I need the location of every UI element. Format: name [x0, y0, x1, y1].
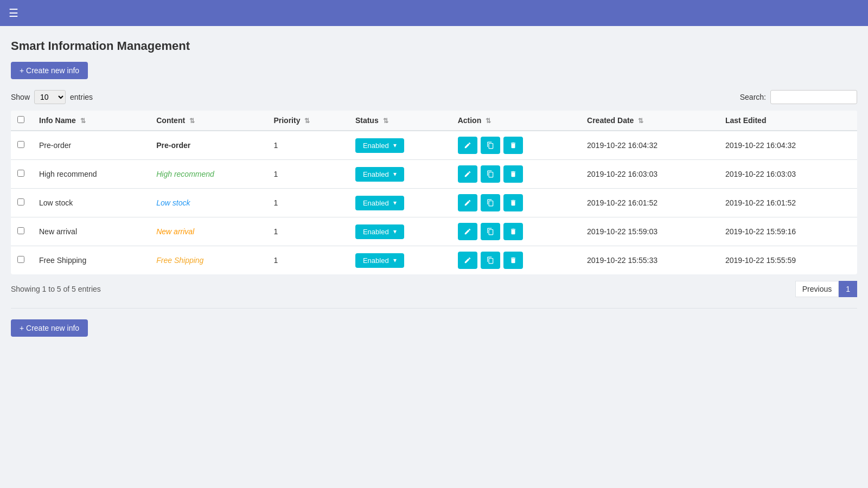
cell-created-date: 2019-10-22 16:03:03 [580, 160, 719, 189]
header-content[interactable]: Content ⇅ [150, 111, 267, 131]
edit-button-3[interactable] [458, 223, 477, 240]
table-row: Pre-orderPre-order1Enabled [11, 131, 857, 160]
header-priority[interactable]: Priority ⇅ [267, 111, 348, 131]
copy-button-0[interactable] [481, 137, 500, 154]
cell-action [451, 246, 580, 275]
header-info-name[interactable]: Info Name ⇅ [33, 111, 150, 131]
action-buttons-2 [458, 194, 574, 211]
action-buttons-0 [458, 137, 574, 154]
table-body: Pre-orderPre-order1Enabled [11, 131, 857, 274]
copy-button-3[interactable] [481, 223, 500, 240]
table-controls: Show 10 25 50 100 entries Search: [11, 90, 857, 104]
table-showing-text: Showing 1 to 5 of 5 entries [11, 285, 101, 293]
previous-button[interactable]: Previous [795, 281, 839, 297]
cell-created-date: 2019-10-22 15:55:33 [580, 246, 719, 275]
edit-button-4[interactable] [458, 252, 477, 269]
status-button-0[interactable]: Enabled [355, 138, 404, 153]
cell-info-name: New arrival [33, 217, 150, 246]
cell-priority: 1 [267, 160, 348, 189]
cell-created-date: 2019-10-22 16:04:32 [580, 131, 719, 160]
search-box: Search: [740, 90, 857, 104]
header-created-date[interactable]: Created Date ⇅ [580, 111, 719, 131]
copy-icon [487, 228, 494, 235]
delete-button-3[interactable] [503, 223, 523, 240]
select-all-checkbox[interactable] [17, 116, 24, 123]
cell-last-edited: 2019-10-22 15:59:16 [719, 217, 857, 246]
header-checkbox-col [11, 111, 33, 131]
cell-created-date: 2019-10-22 15:59:03 [580, 217, 719, 246]
row-checkbox-1[interactable] [17, 170, 24, 177]
cell-action [451, 189, 580, 217]
cell-priority: 1 [267, 131, 348, 160]
cell-action [451, 160, 580, 189]
delete-icon [509, 199, 517, 207]
cell-status: Enabled [349, 246, 451, 275]
copy-button-2[interactable] [481, 194, 500, 211]
show-label: Show [11, 93, 30, 101]
topbar: ☰ [0, 0, 868, 26]
delete-button-0[interactable] [503, 137, 523, 154]
show-entries-control: Show 10 25 50 100 entries [11, 90, 93, 104]
header-status[interactable]: Status ⇅ [349, 111, 451, 131]
cell-content: New arrival [150, 217, 267, 246]
cell-content: Low stock [150, 189, 267, 217]
header-action[interactable]: Action ⇅ [451, 111, 580, 131]
page-1-button[interactable]: 1 [839, 281, 857, 297]
cell-action [451, 131, 580, 160]
copy-icon [487, 256, 494, 264]
cell-status: Enabled [349, 131, 451, 160]
menu-icon[interactable]: ☰ [9, 7, 18, 20]
status-button-2[interactable]: Enabled [355, 196, 404, 210]
edit-button-0[interactable] [458, 137, 477, 154]
delete-button-1[interactable] [503, 165, 523, 183]
table-row: High recommendHigh recommend1Enabled [11, 160, 857, 189]
main-content: Smart Information Management + Create ne… [0, 26, 868, 361]
entries-select[interactable]: 10 25 50 100 [34, 90, 66, 104]
sort-icon-created-date: ⇅ [638, 117, 643, 125]
cell-content: Pre-order [150, 131, 267, 160]
table-row: New arrivalNew arrival1Enabled [11, 217, 857, 246]
cell-info-name: Low stock [33, 189, 150, 217]
edit-button-1[interactable] [458, 165, 477, 183]
delete-button-4[interactable] [503, 252, 523, 269]
row-checkbox-3[interactable] [17, 227, 24, 234]
cell-status: Enabled [349, 217, 451, 246]
cell-content: Free Shipping [150, 246, 267, 275]
delete-icon [509, 170, 517, 178]
delete-icon [509, 256, 517, 264]
delete-button-2[interactable] [503, 194, 523, 211]
create-new-info-button-top[interactable]: + Create new info [11, 62, 88, 79]
edit-button-2[interactable] [458, 194, 477, 211]
sort-icon-content: ⇅ [189, 117, 195, 125]
copy-button-1[interactable] [481, 165, 500, 183]
sort-icon-priority: ⇅ [304, 117, 310, 125]
copy-icon [487, 170, 494, 178]
cell-info-name: High recommend [33, 160, 150, 189]
status-button-4[interactable]: Enabled [355, 253, 404, 268]
cell-priority: 1 [267, 189, 348, 217]
row-checkbox-2[interactable] [17, 198, 24, 206]
copy-button-4[interactable] [481, 252, 500, 269]
table-row: Free ShippingFree Shipping1Enabled [11, 246, 857, 275]
header-last-edited[interactable]: Last Edited [719, 111, 857, 131]
row-checkbox-4[interactable] [17, 256, 24, 263]
status-button-3[interactable]: Enabled [355, 224, 404, 239]
table-row: Low stockLow stock1Enabled [11, 189, 857, 217]
status-button-1[interactable]: Enabled [355, 167, 404, 182]
data-table: Info Name ⇅ Content ⇅ Priority ⇅ Status … [11, 111, 857, 274]
cell-status: Enabled [349, 189, 451, 217]
delete-icon [509, 228, 517, 235]
sort-icon-status: ⇅ [383, 117, 388, 125]
sort-icon-action: ⇅ [486, 117, 491, 125]
search-label: Search: [740, 93, 766, 101]
pagination: Previous 1 [795, 281, 857, 297]
row-checkbox-0[interactable] [17, 141, 24, 148]
divider [11, 308, 857, 309]
action-buttons-4 [458, 252, 574, 269]
sort-icon-info-name: ⇅ [80, 117, 86, 125]
cell-last-edited: 2019-10-22 16:04:32 [719, 131, 857, 160]
create-new-info-button-bottom[interactable]: + Create new info [11, 319, 88, 337]
edit-icon [464, 199, 471, 207]
search-input[interactable] [770, 90, 857, 104]
action-buttons-1 [458, 165, 574, 183]
